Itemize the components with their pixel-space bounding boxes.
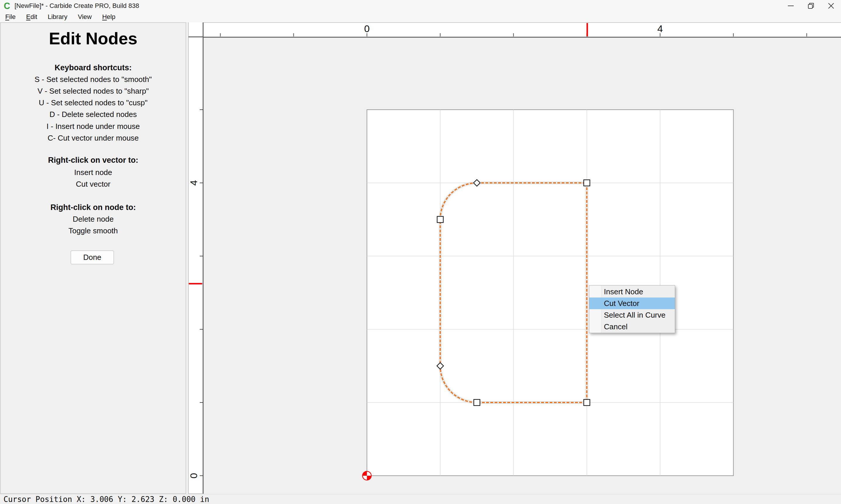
shortcut-smooth: S - Set selected nodes to "smooth"	[1, 75, 186, 84]
restore-button[interactable]	[801, 0, 821, 12]
close-icon	[827, 2, 835, 9]
menu-file[interactable]: File	[0, 12, 21, 22]
context-menu-item-cut-vector[interactable]: Cut Vector	[589, 298, 675, 309]
node-toggle-smooth-label: Toggle smooth	[1, 226, 186, 235]
done-button[interactable]: Done	[71, 251, 114, 264]
vector-cut-vector-label: Cut vector	[1, 180, 186, 188]
shortcut-delete: D - Delete selected nodes	[1, 110, 186, 119]
context-menu: Insert NodeCut VectorSelect All in Curve…	[589, 285, 675, 333]
minimize-icon	[787, 2, 794, 9]
app-window: C [NewFile]* - Carbide Create PRO, Build…	[0, 0, 841, 504]
restore-icon	[807, 2, 814, 9]
edit-nodes-panel: Edit Nodes Keyboard shortcuts: S - Set s…	[0, 22, 186, 494]
rightclick-vector-heading: Right-click on vector to:	[1, 156, 186, 164]
shortcut-insert: I - Insert node under mouse	[1, 122, 186, 131]
menu-edit[interactable]: Edit	[21, 12, 42, 22]
shortcut-cusp: U - Set selected nodes to "cusp"	[1, 98, 186, 107]
menu-view[interactable]: View	[73, 12, 97, 22]
shortcut-cut: C- Cut vector under mouse	[1, 133, 186, 142]
ruler-horizontal	[188, 22, 841, 38]
menu-help[interactable]: Help	[97, 12, 121, 22]
context-menu-item-insert-node[interactable]: Insert Node	[589, 286, 675, 298]
context-menu-item-cancel[interactable]: Cancel	[589, 321, 675, 332]
keyboard-shortcuts-heading: Keyboard shortcuts:	[1, 63, 186, 72]
menu-library[interactable]: Library	[42, 12, 72, 22]
shortcut-sharp: V - Set selected nodes to "sharp"	[1, 87, 186, 95]
context-menu-item-select-all-in-curve[interactable]: Select All in Curve	[589, 309, 675, 321]
canvas-viewport[interactable]	[204, 38, 841, 494]
minimize-button[interactable]	[780, 0, 801, 12]
rightclick-node-heading: Right-click on node to:	[1, 203, 186, 212]
close-button[interactable]	[821, 0, 841, 12]
vector-insert-node-label: Insert node	[1, 168, 186, 177]
menu-bar: FileEditLibraryViewHelp	[0, 12, 841, 23]
carbide-create-logo-icon: C	[4, 1, 10, 11]
window-controls	[780, 0, 841, 12]
node-delete-label: Delete node	[1, 215, 186, 223]
ruler-vertical	[188, 22, 204, 494]
title-bar: C [NewFile]* - Carbide Create PRO, Build…	[0, 0, 841, 12]
status-bar: Cursor Position X: 3.006 Y: 2.623 Z: 0.0…	[0, 494, 841, 504]
cursor-position-readout: Cursor Position X: 3.006 Y: 2.623 Z: 0.0…	[3, 495, 209, 504]
window-title: [NewFile]* - Carbide Create PRO, Build 8…	[15, 2, 139, 10]
panel-title: Edit Nodes	[1, 28, 186, 49]
